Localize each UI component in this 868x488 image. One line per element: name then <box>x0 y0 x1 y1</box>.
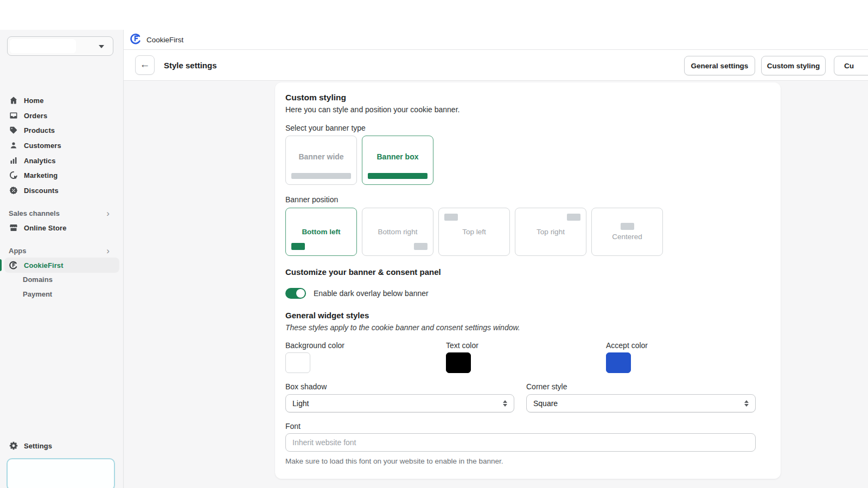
sidebar-item-cookiefirst[interactable]: CookieFirst <box>4 258 119 273</box>
banner-type-label: Select your banner type <box>285 124 366 132</box>
selected-indicator <box>0 259 2 271</box>
sidebar-item-settings[interactable]: Settings <box>4 438 119 453</box>
sidebar-item-domains[interactable]: Domains <box>4 272 119 287</box>
custom-styling-card: Custom styling Here you can style and po… <box>275 82 781 479</box>
position-bottom-left[interactable]: Bottom left <box>285 208 357 256</box>
orders-icon <box>9 111 18 120</box>
card-description: Here you can style and position your coo… <box>285 105 459 114</box>
font-help-text: Make sure to load this font on your webs… <box>285 457 503 465</box>
customize-heading: Customize your banner & consent panel <box>285 267 441 277</box>
widget-styles-heading: General widget styles <box>285 311 369 320</box>
sidebar-item-home[interactable]: Home <box>4 93 119 108</box>
position-bottom-right[interactable]: Bottom right <box>362 208 433 256</box>
sidebar-item-customers[interactable]: Customers <box>4 138 119 153</box>
sidebar-item-marketing[interactable]: Marketing <box>4 168 119 183</box>
card-title: Custom styling <box>285 93 346 102</box>
products-icon <box>9 125 18 135</box>
position-preview-block <box>414 243 427 250</box>
discounts-icon <box>9 185 18 195</box>
banner-position-label: Banner position <box>285 195 338 204</box>
home-icon <box>9 95 18 105</box>
dark-overlay-label: Enable dark overlay below banner <box>314 289 429 298</box>
banner-wide-preview-bar <box>291 173 351 179</box>
sidebar-promo-box[interactable] <box>7 458 115 488</box>
sidebar-item-online-store[interactable]: Online Store <box>4 220 119 235</box>
chevron-right-icon: › <box>106 246 110 255</box>
updown-icon <box>503 400 507 407</box>
sidebar-item-discounts[interactable]: Discounts <box>4 183 119 198</box>
store-name-skeleton <box>10 39 76 53</box>
cutoff-button[interactable]: Cu <box>834 56 868 75</box>
background-color-label: Background color <box>285 341 344 350</box>
text-color-swatch[interactable] <box>446 352 471 373</box>
custom-styling-button[interactable]: Custom styling <box>761 56 826 75</box>
updown-icon <box>744 400 749 407</box>
position-top-left[interactable]: Top left <box>438 208 510 256</box>
page-title: Style settings <box>164 50 217 81</box>
background-color-swatch[interactable] <box>285 352 310 373</box>
accept-color-swatch[interactable] <box>606 352 631 373</box>
back-button[interactable]: ← <box>135 55 155 75</box>
main-area: CookieFirst ← Style settings General set… <box>124 30 868 488</box>
corner-style-select[interactable]: Square <box>526 394 756 413</box>
app-topbar: CookieFirst <box>124 30 868 50</box>
position-top-right[interactable]: Top right <box>515 208 586 256</box>
cookiefirst-logo <box>130 33 142 47</box>
toggle-knob <box>296 289 305 298</box>
online-store-icon <box>9 223 18 233</box>
sidebar-section-apps[interactable]: Apps › <box>9 243 115 258</box>
analytics-icon <box>9 156 18 165</box>
dark-overlay-toggle[interactable] <box>285 288 306 299</box>
app-title: CookieFirst <box>146 36 183 44</box>
position-preview-block <box>444 214 458 221</box>
sidebar-item-payment[interactable]: Payment <box>4 287 119 301</box>
accept-color-label: Accept color <box>606 341 648 350</box>
gear-icon <box>9 441 18 451</box>
back-arrow-icon: ← <box>140 59 150 70</box>
marketing-icon <box>9 170 18 180</box>
position-centered[interactable]: Centered <box>591 208 663 256</box>
general-settings-button[interactable]: General settings <box>684 56 755 75</box>
store-selector[interactable] <box>7 36 113 56</box>
font-label: Font <box>285 422 301 431</box>
banner-type-wide[interactable]: Banner wide <box>285 136 357 185</box>
position-preview-block <box>291 243 305 250</box>
position-preview-block <box>567 214 580 221</box>
sidebar-item-products[interactable]: Products <box>4 123 119 138</box>
customers-icon <box>9 140 18 150</box>
text-color-label: Text color <box>446 341 478 350</box>
sidebar: Home Orders Products Customers Analytics… <box>0 30 124 488</box>
font-input[interactable] <box>285 433 756 452</box>
dropdown-caret-icon <box>99 45 104 48</box>
cookiefirst-icon <box>9 260 18 270</box>
sidebar-item-orders[interactable]: Orders <box>4 108 119 123</box>
widget-styles-note: These styles apply to the cookie banner … <box>285 323 520 332</box>
box-shadow-select[interactable]: Light <box>285 394 514 413</box>
corner-style-label: Corner style <box>526 382 567 391</box>
sidebar-item-analytics[interactable]: Analytics <box>4 153 119 168</box>
content-area: Custom styling Here you can style and po… <box>124 81 868 488</box>
banner-type-box[interactable]: Banner box <box>362 136 433 185</box>
box-shadow-label: Box shadow <box>285 382 327 391</box>
sidebar-section-sales-channels[interactable]: Sales channels › <box>9 206 115 221</box>
page-header: ← Style settings General settings Custom… <box>124 50 868 81</box>
chevron-right-icon: › <box>106 209 110 218</box>
banner-box-preview-bar <box>368 173 427 179</box>
position-preview-block <box>621 223 634 230</box>
